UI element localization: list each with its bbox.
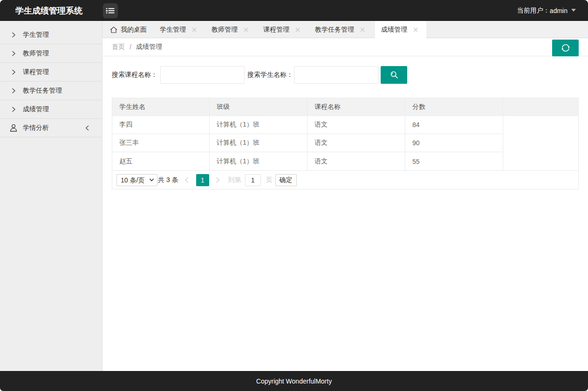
tab-label: 学生管理 <box>160 26 186 34</box>
breadcrumb-separator: / <box>130 43 131 51</box>
goto-page-input[interactable] <box>245 174 261 186</box>
tab-label: 课程管理 <box>263 26 289 34</box>
breadcrumb-home[interactable]: 首页 <box>112 43 125 51</box>
app-title: 学生成绩管理系统 <box>15 5 82 16</box>
cell-course: 语文 <box>308 116 405 134</box>
tab-label: 我的桌面 <box>121 26 147 34</box>
close-icon[interactable] <box>192 27 197 32</box>
sidebar-item-label: 学生管理 <box>23 31 49 39</box>
current-user-label: 当前用户： <box>517 7 550 15</box>
grades-table: 学生姓名 班级 课程名称 分数 李四 计算机（1）班 语文 84 张三丰 计算机… <box>112 98 579 189</box>
tab-label: 成绩管理 <box>381 26 407 34</box>
sidebar-item-analysis[interactable]: 学情分析 <box>0 119 102 137</box>
sidebar-item-label: 教学任务管理 <box>23 87 62 95</box>
breadcrumb-current: 成绩管理 <box>136 43 162 51</box>
sidebar-item-label: 学情分析 <box>23 124 49 132</box>
app-window: 学生成绩管理系统 当前用户： admin <box>0 0 588 391</box>
search-form: 搜索课程名称： 搜索学生名称： <box>112 66 579 84</box>
table-header-row: 学生姓名 班级 课程名称 分数 <box>112 98 578 116</box>
sidebar-item-label: 课程管理 <box>23 68 49 76</box>
cell-student-name: 李四 <box>112 116 210 134</box>
search-button[interactable] <box>381 66 407 84</box>
goto-page-suffix: 页 <box>266 176 273 184</box>
main-panel: 我的桌面 学生管理 教师管理 课程管理 <box>103 21 588 371</box>
sidebar-item-label: 教师管理 <box>23 49 49 58</box>
cell-course: 语文 <box>308 134 405 152</box>
current-user-menu[interactable]: 当前用户： admin <box>517 0 576 21</box>
chevron-right-icon <box>10 51 17 56</box>
chevron-right-icon <box>10 107 17 112</box>
current-page-button[interactable]: 1 <box>196 174 209 186</box>
col-header-empty <box>503 98 578 116</box>
cell-score: 90 <box>405 134 503 152</box>
close-icon[interactable] <box>360 27 365 32</box>
tab-label: 教学任务管理 <box>315 26 354 34</box>
cell-student-name: 张三丰 <box>112 134 210 152</box>
search-student-label: 搜索学生名称： <box>247 71 293 79</box>
page-size-wrapper: 10 条/页 <box>116 174 157 186</box>
col-header-score: 分数 <box>405 98 503 116</box>
chevron-left-icon <box>85 125 89 131</box>
table-body: 李四 计算机（1）班 语文 84 张三丰 计算机（1）班 语文 90 赵五 计算… <box>112 116 578 170</box>
home-icon <box>110 27 117 33</box>
col-header-student-name: 学生姓名 <box>112 98 210 116</box>
tab-bar: 我的桌面 学生管理 教师管理 课程管理 <box>103 21 588 38</box>
tab-teacher-mgmt[interactable]: 教师管理 <box>205 21 257 38</box>
current-user-name: admin <box>550 7 567 14</box>
cell-course: 语文 <box>308 152 405 170</box>
footer-bar: Copyright WonderfulMorty <box>0 371 588 391</box>
sidebar-item-label: 成绩管理 <box>23 105 49 114</box>
caret-down-icon <box>571 9 576 12</box>
chevron-right-icon <box>10 32 17 38</box>
body-layout: 学生管理 教师管理 课程管理 教学任务管理 <box>0 21 588 371</box>
cell-student-name: 赵五 <box>112 152 210 170</box>
col-header-course: 课程名称 <box>308 98 405 116</box>
close-icon[interactable] <box>244 27 248 32</box>
tab-label: 教师管理 <box>212 26 238 34</box>
total-count-text: 共 3 条 <box>158 176 178 184</box>
tab-course-mgmt[interactable]: 课程管理 <box>257 21 309 38</box>
search-icon <box>390 70 399 80</box>
sidebar-nav: 学生管理 教师管理 课程管理 教学任务管理 <box>0 21 103 371</box>
top-header: 学生成绩管理系统 当前用户： admin <box>0 0 588 21</box>
search-course-label: 搜索课程名称： <box>112 71 157 79</box>
list-menu-icon <box>106 7 115 14</box>
sidebar-item-teacher-mgmt[interactable]: 教师管理 <box>0 44 102 63</box>
cell-score: 84 <box>405 116 503 134</box>
cell-empty-fill <box>503 116 578 170</box>
breadcrumb-bar: 首页 / 成绩管理 <box>103 38 588 56</box>
tab-desktop[interactable]: 我的桌面 <box>103 21 154 38</box>
cell-class: 计算机（1）班 <box>210 116 308 134</box>
content-area: 搜索课程名称： 搜索学生名称： <box>103 56 588 371</box>
sidebar-item-student-mgmt[interactable]: 学生管理 <box>0 26 102 44</box>
next-page-arrow[interactable] <box>213 174 223 186</box>
cell-score: 55 <box>405 152 503 170</box>
close-icon[interactable] <box>413 27 418 32</box>
collapse-menu-button[interactable] <box>103 3 118 18</box>
pagination-bar: 10 条/页 共 3 条 1 <box>112 170 578 189</box>
sidebar-item-task-mgmt[interactable]: 教学任务管理 <box>0 81 102 100</box>
goto-page-prefix: 到第 <box>228 176 241 184</box>
cell-class: 计算机（1）班 <box>210 134 308 152</box>
copyright-text: Copyright WonderfulMorty <box>256 378 332 385</box>
refresh-button[interactable] <box>552 40 579 56</box>
col-header-class: 班级 <box>210 98 308 116</box>
close-icon[interactable] <box>295 27 300 32</box>
refresh-icon <box>561 43 571 53</box>
chevron-right-icon <box>10 88 17 94</box>
prev-page-arrow[interactable] <box>182 174 191 186</box>
cell-class: 计算机（1）班 <box>210 152 308 170</box>
confirm-page-button[interactable]: 确定 <box>275 174 297 186</box>
tab-task-mgmt[interactable]: 教学任务管理 <box>309 21 375 38</box>
sidebar-item-course-mgmt[interactable]: 课程管理 <box>0 63 102 81</box>
page-size-select[interactable]: 10 条/页 <box>116 174 157 186</box>
tab-student-mgmt[interactable]: 学生管理 <box>154 21 205 38</box>
user-icon <box>10 124 17 132</box>
tab-grade-mgmt[interactable]: 成绩管理 <box>375 21 426 38</box>
search-course-input[interactable] <box>160 66 245 84</box>
sidebar-item-grade-mgmt[interactable]: 成绩管理 <box>0 100 102 119</box>
search-student-input[interactable] <box>294 66 378 84</box>
chevron-right-icon <box>10 69 17 75</box>
